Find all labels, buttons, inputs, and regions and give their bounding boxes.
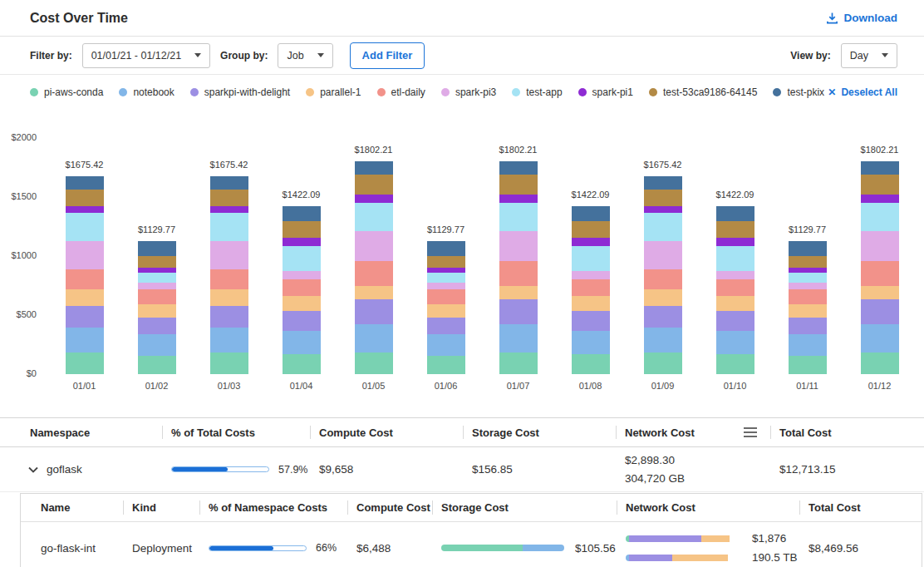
bar-segment-sparkpi-with-delight[interactable] (861, 299, 899, 324)
column-menu-icon[interactable] (743, 426, 758, 438)
bar-segment-sparkpi-with-delight[interactable] (499, 299, 538, 324)
stacked-bar[interactable] (499, 161, 538, 374)
add-filter-button[interactable]: Add Filter (350, 42, 425, 69)
nested-col-header-network[interactable]: Network Cost (617, 494, 800, 521)
bar-segment-parallel-1[interactable] (138, 304, 176, 318)
bar-segment-parallel-1[interactable] (210, 289, 248, 306)
bar-segment-sparkpi-with-delight[interactable] (572, 311, 610, 331)
bar-segment-spark-pi1[interactable] (716, 238, 754, 246)
date-range-select[interactable]: 01/01/21 - 01/12/21 (82, 43, 210, 68)
bar-segment-notebook[interactable] (138, 334, 176, 356)
bar-segment-etl-daily[interactable] (716, 279, 754, 296)
bar-segment-notebook[interactable] (427, 334, 465, 356)
nested-col-header-compute[interactable]: Compute Cost (348, 494, 433, 521)
bar-segment-notebook[interactable] (572, 331, 610, 354)
stacked-bar[interactable] (283, 206, 321, 374)
stacked-bar[interactable] (427, 241, 465, 374)
bar-segment-spark-pi3[interactable] (210, 241, 248, 269)
bar-segment-test-app[interactable] (861, 203, 899, 231)
bar-segment-sparkpi-with-delight[interactable] (138, 318, 176, 334)
bar-segment-spark-pi1[interactable] (572, 238, 610, 246)
bar-segment-etl-daily[interactable] (789, 289, 827, 304)
bar-segment-test-app[interactable] (355, 203, 393, 231)
nested-col-header-name[interactable]: Name (21, 494, 124, 521)
bar-segment-test-app[interactable] (572, 246, 610, 271)
stacked-bar[interactable] (789, 241, 827, 374)
bar-segment-parallel-1[interactable] (572, 296, 610, 311)
bar-segment-test-53ca9186-64145[interactable] (66, 190, 104, 206)
bar-segment-test-53ca9186-64145[interactable] (716, 221, 754, 238)
bar-segment-test-53ca9186-64145[interactable] (572, 221, 610, 238)
stacked-bar[interactable] (355, 161, 393, 374)
bar-segment-sparkpi-with-delight[interactable] (716, 311, 754, 331)
stacked-bar[interactable] (861, 161, 899, 374)
bar-segment-test-53ca9186-64145[interactable] (210, 190, 248, 206)
bar-segment-test-53ca9186-64145[interactable] (644, 190, 682, 206)
deselect-all-button[interactable]: ✕ Deselect All (828, 86, 897, 98)
bar-segment-test-pkix[interactable] (355, 161, 393, 175)
bar-segment-notebook[interactable] (861, 324, 899, 353)
bar-segment-test-app[interactable] (427, 273, 465, 283)
bar-segment-sparkpi-with-delight[interactable] (283, 311, 321, 331)
bar-segment-sparkpi-with-delight[interactable] (644, 306, 682, 328)
table-row-go-flask-int[interactable]: go-flask-int Deployment 66% $6,488 $105.… (21, 522, 922, 567)
col-header-network[interactable]: Network Cost (617, 418, 771, 446)
bar-segment-pi-aws-conda[interactable] (861, 353, 899, 374)
bar-segment-pi-aws-conda[interactable] (716, 354, 754, 374)
nested-col-header-kind[interactable]: Kind (124, 494, 200, 521)
bar-segment-test-pkix[interactable] (644, 176, 682, 190)
bar-segment-parallel-1[interactable] (716, 296, 754, 311)
col-header-namespace[interactable]: Namespace (0, 418, 163, 446)
bar-segment-spark-pi3[interactable] (499, 231, 538, 261)
bar-segment-pi-aws-conda[interactable] (66, 353, 104, 374)
bar-segment-pi-aws-conda[interactable] (499, 353, 538, 374)
bar-segment-test-app[interactable] (210, 213, 248, 241)
bar-segment-test-pkix[interactable] (210, 176, 248, 190)
bar-segment-spark-pi3[interactable] (427, 283, 465, 289)
bar-segment-spark-pi1[interactable] (66, 206, 104, 213)
bar-segment-test-pkix[interactable] (716, 206, 754, 221)
bar-segment-parallel-1[interactable] (789, 304, 827, 318)
bar-segment-spark-pi3[interactable] (355, 231, 393, 261)
bar-segment-etl-daily[interactable] (283, 279, 321, 296)
bar-segment-notebook[interactable] (789, 334, 827, 356)
view-by-select[interactable]: Day (841, 43, 897, 68)
bar-segment-test-app[interactable] (789, 273, 827, 283)
bar-segment-pi-aws-conda[interactable] (210, 353, 248, 374)
bar-segment-etl-daily[interactable] (499, 261, 538, 286)
bar-segment-spark-pi3[interactable] (572, 271, 610, 279)
bar-segment-etl-daily[interactable] (572, 279, 610, 296)
legend-item-etl-daily[interactable]: etl-daily (377, 86, 425, 98)
bar-segment-pi-aws-conda[interactable] (283, 354, 321, 374)
bar-segment-spark-pi3[interactable] (789, 283, 827, 289)
bar-segment-spark-pi1[interactable] (644, 206, 682, 213)
bar-segment-notebook[interactable] (499, 324, 538, 353)
bar-segment-test-53ca9186-64145[interactable] (427, 256, 465, 268)
bar-segment-etl-daily[interactable] (427, 289, 465, 304)
bar-segment-test-53ca9186-64145[interactable] (355, 175, 393, 195)
col-header-storage[interactable]: Storage Cost (464, 418, 617, 446)
bar-segment-pi-aws-conda[interactable] (355, 353, 393, 374)
stacked-bar[interactable] (210, 176, 248, 374)
bar-segment-test-pkix[interactable] (427, 241, 465, 257)
stacked-bar[interactable] (138, 241, 176, 374)
col-header-compute[interactable]: Compute Cost (311, 418, 464, 446)
legend-item-spark-pi1[interactable]: spark-pi1 (578, 86, 633, 98)
bar-segment-spark-pi1[interactable] (283, 238, 321, 246)
bar-segment-notebook[interactable] (66, 328, 104, 353)
stacked-bar[interactable] (644, 176, 682, 374)
legend-item-pi-aws-conda[interactable]: pi-aws-conda (30, 86, 103, 98)
bar-segment-spark-pi3[interactable] (66, 241, 104, 269)
bar-segment-notebook[interactable] (283, 331, 321, 354)
bar-segment-sparkpi-with-delight[interactable] (427, 318, 465, 334)
bar-segment-pi-aws-conda[interactable] (138, 356, 176, 374)
bar-segment-spark-pi3[interactable] (138, 283, 176, 289)
stacked-bar[interactable] (716, 206, 754, 374)
download-button[interactable]: Download (826, 12, 898, 24)
bar-segment-test-app[interactable] (499, 203, 538, 231)
bar-segment-pi-aws-conda[interactable] (572, 354, 610, 374)
col-header-pct-total[interactable]: % of Total Costs (163, 418, 311, 446)
bar-segment-notebook[interactable] (210, 328, 248, 353)
legend-item-test-53ca9186-64145[interactable]: test-53ca9186-64145 (649, 86, 757, 98)
bar-segment-test-53ca9186-64145[interactable] (789, 256, 827, 268)
